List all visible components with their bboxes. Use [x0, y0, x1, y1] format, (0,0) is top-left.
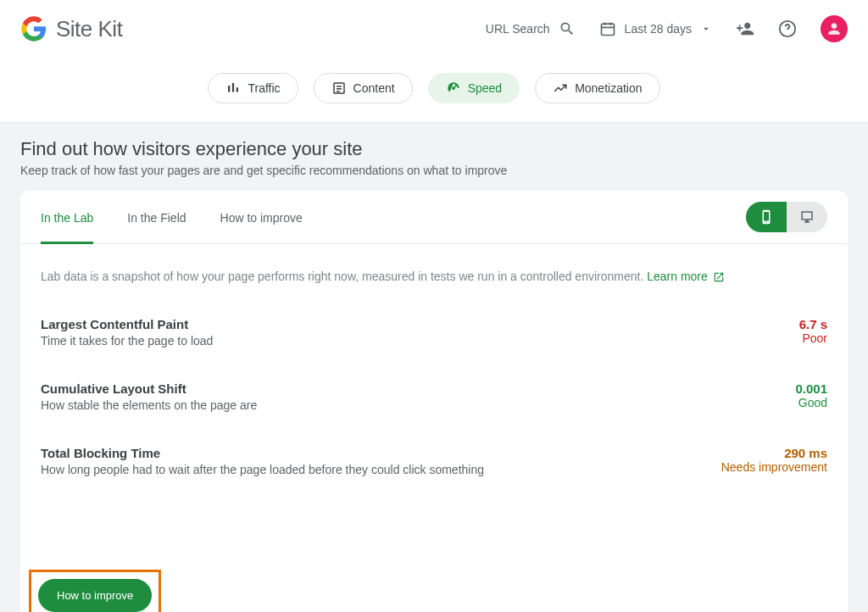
help-button[interactable]	[778, 19, 797, 38]
metrics-list: Largest Contentful Paint Time it takes f…	[20, 283, 848, 493]
header: Site Kit URL Search Last 28 days	[0, 0, 868, 58]
how-to-improve-button[interactable]: How to improve	[38, 579, 152, 612]
url-search-label: URL Search	[486, 22, 550, 36]
metric-name: Cumulative Layout Shift	[41, 381, 257, 396]
metric-name: Largest Contentful Paint	[41, 317, 213, 331]
device-desktop[interactable]	[787, 202, 827, 232]
highlight-box: How to improve	[29, 570, 161, 612]
document-icon	[331, 81, 347, 96]
metric-value: 6.7 s	[799, 317, 827, 331]
add-user-button[interactable]	[736, 19, 754, 38]
svg-point-3	[453, 87, 454, 89]
metric-rating: Good	[795, 396, 827, 409]
speed-card: In the Lab In the Field How to improve L…	[20, 191, 848, 612]
svg-rect-0	[601, 24, 614, 35]
metric-row: Total Blocking Time How long people had …	[41, 429, 827, 493]
metric-row: Cumulative Layout Shift How stable the e…	[41, 364, 827, 429]
metric-rating: Poor	[799, 331, 827, 345]
mobile-icon	[759, 209, 774, 225]
tab-speed[interactable]: Speed	[428, 73, 520, 103]
tab-content[interactable]: Content	[314, 73, 413, 103]
person-add-icon	[736, 19, 754, 38]
speed-icon	[446, 81, 461, 96]
help-icon	[778, 19, 797, 38]
bar-chart-icon	[225, 81, 241, 96]
user-icon	[826, 20, 843, 37]
desktop-icon	[799, 209, 815, 225]
tab-label: Speed	[468, 81, 502, 95]
google-logo-icon	[20, 15, 47, 42]
main-tabs: Traffic Content Speed Monetization	[0, 58, 868, 123]
metric-desc: How long people had to wait after the pa…	[41, 463, 484, 476]
tab-monetization[interactable]: Monetization	[535, 73, 659, 103]
trending-icon	[553, 81, 568, 96]
search-icon	[559, 20, 576, 37]
device-mobile[interactable]	[746, 202, 787, 232]
metric-row: Largest Contentful Paint Time it takes f…	[41, 300, 827, 364]
lab-desc-text: Lab data is a snapshot of how your page …	[41, 270, 647, 283]
subtab-in-the-lab[interactable]: In the Lab	[41, 191, 93, 244]
metric-rating: Needs improvement	[721, 460, 827, 474]
page-heading: Find out how visitors experience your si…	[0, 123, 868, 191]
lab-description: Lab data is a snapshot of how your page …	[20, 244, 848, 283]
device-toggle	[746, 202, 827, 232]
metric-desc: How stable the elements on the page are	[41, 398, 257, 412]
speed-subtabs: In the Lab In the Field How to improve	[20, 191, 848, 244]
tab-traffic[interactable]: Traffic	[208, 73, 298, 103]
metric-name: Total Blocking Time	[41, 446, 484, 460]
url-search[interactable]: URL Search	[486, 20, 576, 37]
metric-value: 0.001	[795, 381, 827, 396]
calendar-icon	[599, 20, 616, 37]
learn-more-link[interactable]: Learn more	[647, 270, 724, 283]
subtab-how-to-improve[interactable]: How to improve	[220, 191, 303, 244]
tab-label: Traffic	[248, 81, 280, 95]
logo-text: Site Kit	[56, 16, 122, 42]
avatar[interactable]	[821, 15, 848, 42]
page-title: Find out how visitors experience your si…	[20, 138, 848, 160]
tab-label: Content	[353, 81, 395, 95]
subtab-in-the-field[interactable]: In the Field	[127, 191, 186, 244]
tab-label: Monetization	[575, 81, 642, 95]
page-subtitle: Keep track of how fast your pages are an…	[20, 164, 848, 177]
metric-value: 290 ms	[721, 446, 827, 460]
date-range-label: Last 28 days	[625, 22, 692, 36]
logo[interactable]: Site Kit	[20, 15, 122, 42]
header-actions: URL Search Last 28 days	[486, 15, 848, 42]
chevron-down-icon	[700, 23, 712, 35]
metric-desc: Time it takes for the page to load	[41, 334, 213, 348]
external-link-icon	[713, 271, 725, 283]
date-range[interactable]: Last 28 days	[599, 20, 712, 37]
